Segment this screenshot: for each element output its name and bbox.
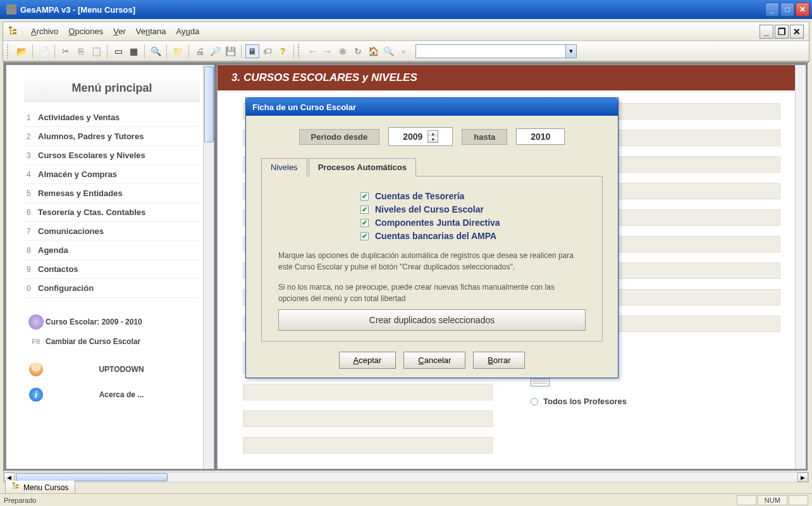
sidebar-item-0[interactable]: 1Actividades y Ventas: [24, 108, 200, 127]
chevron-down-icon[interactable]: ▼: [565, 45, 576, 58]
menu-opciones[interactable]: Opciones: [63, 24, 108, 39]
forward-icon[interactable]: →: [321, 44, 335, 58]
tab-procesos[interactable]: Procesos Automáticos: [309, 158, 416, 176]
stop-icon[interactable]: ⊗: [336, 44, 350, 58]
field-placeholder[interactable]: [243, 437, 493, 454]
year-start-text: 2009: [403, 132, 422, 142]
copy-icon[interactable]: ⎘: [74, 44, 88, 58]
paste-icon[interactable]: 📋: [89, 44, 103, 58]
monitor-icon[interactable]: 🖥: [245, 44, 259, 58]
sidebar-item-3[interactable]: 4Almacén y Compras: [24, 165, 200, 184]
preview-icon[interactable]: 🔎: [208, 44, 222, 58]
menu-archivo[interactable]: Archivo: [26, 24, 63, 39]
search-web-icon[interactable]: 🔍: [381, 44, 395, 58]
minimize-button[interactable]: _: [765, 3, 779, 16]
checkbox-icon[interactable]: ✔: [360, 192, 369, 201]
window-icon[interactable]: ▭: [111, 44, 125, 58]
maximize-button[interactable]: □: [780, 3, 794, 16]
menu-ayuda[interactable]: Ayuda: [171, 24, 205, 39]
toolbar-grip[interactable]: [7, 44, 11, 58]
horizontal-scrollbar[interactable]: ◀ ▶: [3, 472, 809, 483]
refresh-icon[interactable]: ↻: [351, 44, 365, 58]
svg-rect-3: [13, 29, 16, 31]
field-placeholder[interactable]: [243, 410, 493, 427]
sidebar-item-8[interactable]: 9Contactos: [24, 260, 200, 279]
about-row[interactable]: i Acerca de ...: [24, 384, 200, 405]
aceptar-button[interactable]: Aceptar: [339, 352, 397, 369]
blank-icon[interactable]: ▫: [397, 44, 410, 58]
checkbox-row-3[interactable]: ✔Cuentas bancarias del AMPA: [360, 231, 586, 241]
cut-icon[interactable]: ✂: [59, 44, 73, 58]
checkbox-row-2[interactable]: ✔Componentes Junta Directiva: [360, 218, 586, 228]
periodo-desde-value[interactable]: 2009 ▲ ▼: [388, 127, 453, 146]
sidebar-item-label: Alumnos, Padres y Tutores: [38, 132, 144, 141]
mdi-restore-button[interactable]: ❐: [775, 25, 789, 39]
open-icon[interactable]: 📂: [15, 44, 28, 58]
toolbar-grip-2[interactable]: [298, 44, 302, 58]
page-title: 3. CURSOS ESCOLARES y NIVELES: [218, 65, 806, 90]
sidebar-item-2[interactable]: 3Cursos Escolares y Niveles: [24, 146, 200, 165]
save-icon[interactable]: 💾: [223, 44, 237, 58]
mdi-close-button[interactable]: ✕: [790, 25, 804, 39]
sidebar-item-4[interactable]: 5Remesas y Entidades: [24, 184, 200, 203]
tag-icon[interactable]: 🏷: [261, 44, 274, 58]
user-row[interactable]: UPTODOWN: [24, 359, 200, 380]
sidebar-item-1[interactable]: 2Alumnos, Padres y Tutores: [24, 127, 200, 146]
sidebar-scrollbar[interactable]: [203, 65, 214, 469]
menu-ver[interactable]: Ver: [108, 24, 131, 39]
checkbox-row-0[interactable]: ✔Cuentas de Tesorería: [360, 191, 586, 201]
status-text: Preparado: [4, 497, 735, 504]
print-icon[interactable]: 🖨: [193, 44, 207, 58]
checkbox-icon[interactable]: ✔: [360, 219, 369, 227]
checkbox-icon[interactable]: ✔: [360, 232, 369, 240]
borrar-button[interactable]: Borrar: [473, 352, 525, 369]
new-icon[interactable]: 📄: [37, 44, 51, 58]
sidebar-item-label: Agenda: [38, 245, 68, 255]
sidebar-item-5[interactable]: 6Tesorería y Ctas. Contables: [24, 203, 200, 222]
close-button[interactable]: ✕: [796, 3, 809, 16]
scroll-thumb[interactable]: [204, 66, 214, 142]
cancelar-button[interactable]: Cancelar: [403, 352, 465, 369]
svg-rect-10: [14, 488, 16, 488]
tab-niveles[interactable]: Niveles: [261, 158, 307, 176]
year-end-text: 2010: [531, 132, 550, 142]
sidebar-item-label: Tesorería y Ctas. Contables: [38, 207, 145, 217]
radio-todos-profesores[interactable]: Todos los Profesores: [531, 397, 780, 406]
sidebar-item-9[interactable]: 0Configuración: [24, 279, 200, 298]
cascade-icon[interactable]: ▦: [126, 44, 140, 58]
checkbox-icon[interactable]: ✔: [360, 206, 369, 214]
checkbox-row-1[interactable]: ✔Niveles del Curso Escolar: [360, 204, 586, 214]
scroll-right-icon[interactable]: ▶: [797, 472, 808, 482]
tab-panel-procesos: ✔Cuentas de Tesorería✔Niveles del Curso …: [261, 176, 603, 342]
gear-icon: [28, 314, 44, 330]
sidebar-item-7[interactable]: 8Agenda: [24, 241, 200, 260]
help-text-2: Si no los marca, no se preocupe, puede c…: [278, 281, 586, 304]
sidebar-item-num: 3: [27, 151, 38, 160]
svg-rect-2: [11, 30, 13, 31]
mdi-minimize-button[interactable]: _: [760, 25, 773, 39]
svg-rect-1: [10, 28, 11, 35]
sidebar-item-num: 1: [27, 113, 38, 122]
address-combo[interactable]: ▼: [415, 44, 577, 58]
zoom-icon[interactable]: 🔍: [149, 44, 163, 58]
folder-icon[interactable]: 📁: [171, 44, 185, 58]
cambiar-curso-label: Cambiar de Curso Escolar: [46, 337, 140, 346]
svg-rect-7: [13, 484, 14, 489]
year-spinner[interactable]: ▲ ▼: [428, 130, 438, 143]
spin-down-icon[interactable]: ▼: [428, 137, 438, 142]
checkbox-label: Cuentas de Tesorería: [375, 191, 464, 201]
spin-up-icon[interactable]: ▲: [428, 131, 438, 137]
help-icon[interactable]: ?: [276, 44, 290, 58]
menu-ventana[interactable]: Ventana: [131, 24, 171, 39]
content-scrollbar[interactable]: [795, 65, 806, 469]
sidebar-item-num: 0: [27, 284, 38, 293]
sidebar-item-label: Configuración: [38, 283, 94, 293]
home-icon[interactable]: 🏠: [366, 44, 380, 58]
document-tab[interactable]: Menu Cursos: [5, 481, 75, 495]
cambiar-curso-row[interactable]: F8 Cambiar de Curso Escolar: [24, 333, 200, 350]
sidebar-item-num: 4: [27, 170, 38, 179]
field-placeholder[interactable]: [243, 384, 493, 400]
back-icon[interactable]: ←: [305, 44, 319, 58]
sidebar-item-6[interactable]: 7Comunicaciones: [24, 222, 200, 241]
crear-duplicados-button[interactable]: Crear duplicados seleccionados: [278, 309, 586, 331]
